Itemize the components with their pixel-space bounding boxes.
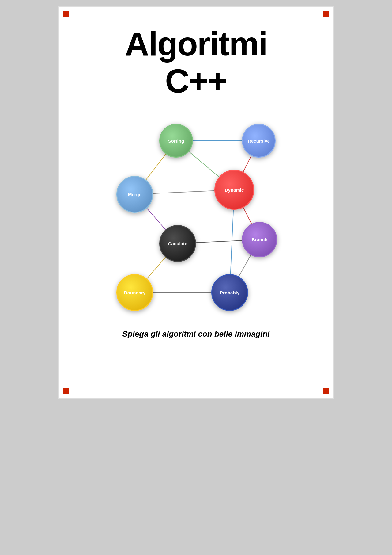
node-probably: Probably	[211, 274, 248, 311]
node-caculate: Caculate	[159, 225, 196, 262]
node-merge: Merge	[116, 176, 153, 213]
corner-decoration-bl	[63, 388, 69, 394]
page-subtitle: Spiega gli algoritmi con belle immagini	[110, 329, 282, 339]
node-recursive: Recursive	[242, 124, 276, 158]
page: Algoritmi C++ SortingRecursiveMergeDynam…	[58, 6, 334, 399]
title-line1: Algoritmi	[125, 25, 267, 63]
node-sorting: Sorting	[159, 124, 193, 158]
corner-decoration-br	[323, 388, 329, 394]
corner-decoration-tr	[323, 11, 329, 17]
node-dynamic: Dynamic	[214, 170, 254, 210]
node-boundary: Boundary	[116, 274, 153, 311]
title-line2: C++	[165, 62, 227, 100]
node-branch: Branch	[242, 222, 277, 257]
page-title: Algoritmi C++	[125, 25, 267, 99]
algorithm-diagram: SortingRecursiveMergeDynamicCaculateBran…	[92, 109, 300, 317]
corner-decoration-tl	[63, 11, 69, 17]
